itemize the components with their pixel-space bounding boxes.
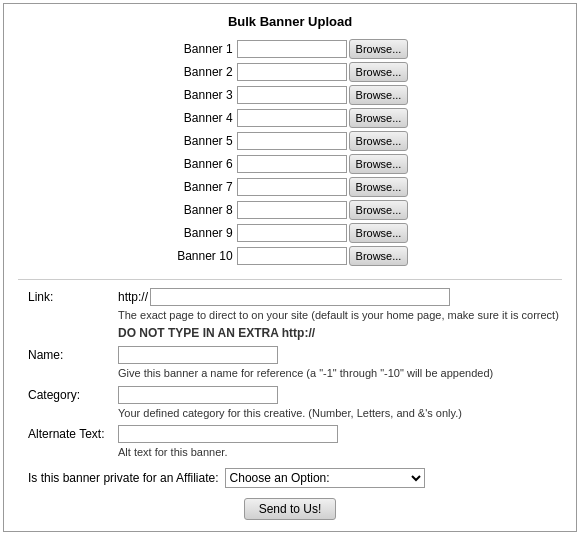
- affiliate-select[interactable]: Choose an Option: Yes No: [225, 468, 425, 488]
- banner-10-input[interactable]: [237, 247, 347, 265]
- main-container: Bulk Banner Upload Banner 1 Browse... Ba…: [3, 3, 577, 532]
- submit-button[interactable]: Send to Us!: [244, 498, 337, 520]
- banner-row: Banner 3 Browse...: [172, 85, 409, 105]
- banner-6-input[interactable]: [237, 155, 347, 173]
- banner-5-browse[interactable]: Browse...: [349, 131, 409, 151]
- category-content: Your defined category for this creative.…: [118, 386, 562, 421]
- banner-3-input[interactable]: [237, 86, 347, 104]
- banner-4-browse[interactable]: Browse...: [349, 108, 409, 128]
- banner-2-browse[interactable]: Browse...: [349, 62, 409, 82]
- name-row: Name: Give this banner a name for refere…: [28, 346, 562, 381]
- banner-row: Banner 4 Browse...: [172, 108, 409, 128]
- banner-1-input[interactable]: [237, 40, 347, 58]
- form-section: Link: http:// The exact page to direct t…: [18, 288, 562, 488]
- alt-text-content: Alt text for this banner.: [118, 425, 562, 460]
- name-input[interactable]: [118, 346, 278, 364]
- banner-1-browse[interactable]: Browse...: [349, 39, 409, 59]
- banner-row: Banner 10 Browse...: [172, 246, 409, 266]
- link-content: http:// The exact page to direct to on y…: [118, 288, 562, 342]
- banner-2-input[interactable]: [237, 63, 347, 81]
- banner-10-browse[interactable]: Browse...: [349, 246, 409, 266]
- banner-9-input[interactable]: [237, 224, 347, 242]
- banner-6-browse[interactable]: Browse...: [349, 154, 409, 174]
- category-help-text: Your defined category for this creative.…: [118, 406, 562, 421]
- category-row: Category: Your defined category for this…: [28, 386, 562, 421]
- category-input[interactable]: [118, 386, 278, 404]
- link-help-text-1: The exact page to direct to on your site…: [118, 308, 562, 323]
- alt-text-input[interactable]: [118, 425, 338, 443]
- banner-row: Banner 5 Browse...: [172, 131, 409, 151]
- link-help-text-2: DO NOT TYPE IN AN EXTRA http://: [118, 325, 562, 342]
- name-label: Name:: [28, 346, 118, 362]
- banner-5-input[interactable]: [237, 132, 347, 150]
- link-row: Link: http:// The exact page to direct t…: [28, 288, 562, 342]
- name-content: Give this banner a name for reference (a…: [118, 346, 562, 381]
- banner-7-label: Banner 7: [172, 180, 237, 194]
- banner-9-label: Banner 9: [172, 226, 237, 240]
- alt-text-label: Alternate Text:: [28, 425, 118, 441]
- banner-8-browse[interactable]: Browse...: [349, 200, 409, 220]
- affiliate-row: Is this banner private for an Affiliate:…: [28, 468, 562, 488]
- banner-4-label: Banner 4: [172, 111, 237, 125]
- link-input[interactable]: [150, 288, 450, 306]
- page-title: Bulk Banner Upload: [18, 14, 562, 29]
- banner-row: Banner 7 Browse...: [172, 177, 409, 197]
- banner-3-browse[interactable]: Browse...: [349, 85, 409, 105]
- banner-5-label: Banner 5: [172, 134, 237, 148]
- banner-upload-section: Banner 1 Browse... Banner 2 Browse... Ba…: [18, 39, 562, 269]
- affiliate-label: Is this banner private for an Affiliate:: [28, 471, 219, 485]
- banner-row: Banner 6 Browse...: [172, 154, 409, 174]
- banner-3-label: Banner 3: [172, 88, 237, 102]
- link-input-row: http://: [118, 288, 562, 306]
- banner-row: Banner 2 Browse...: [172, 62, 409, 82]
- banner-6-label: Banner 6: [172, 157, 237, 171]
- divider: [18, 279, 562, 280]
- link-prefix: http://: [118, 290, 148, 304]
- name-help-text: Give this banner a name for reference (a…: [118, 366, 562, 381]
- submit-area: Send to Us!: [18, 498, 562, 520]
- category-label: Category:: [28, 386, 118, 402]
- alt-text-help: Alt text for this banner.: [118, 445, 562, 460]
- banner-4-input[interactable]: [237, 109, 347, 127]
- banner-9-browse[interactable]: Browse...: [349, 223, 409, 243]
- banner-2-label: Banner 2: [172, 65, 237, 79]
- alt-text-row: Alternate Text: Alt text for this banner…: [28, 425, 562, 460]
- link-label: Link:: [28, 288, 118, 304]
- banner-7-input[interactable]: [237, 178, 347, 196]
- banner-1-label: Banner 1: [172, 42, 237, 56]
- banner-row: Banner 9 Browse...: [172, 223, 409, 243]
- banner-row: Banner 8 Browse...: [172, 200, 409, 220]
- banner-10-label: Banner 10: [172, 249, 237, 263]
- banner-8-input[interactable]: [237, 201, 347, 219]
- banner-8-label: Banner 8: [172, 203, 237, 217]
- banner-7-browse[interactable]: Browse...: [349, 177, 409, 197]
- banner-row: Banner 1 Browse...: [172, 39, 409, 59]
